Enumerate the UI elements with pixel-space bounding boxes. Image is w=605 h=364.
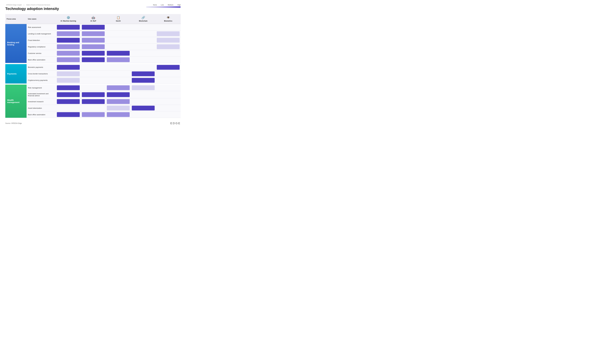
heat-cell-ml	[56, 64, 81, 71]
heat-cell-ml	[56, 37, 81, 44]
heat-cell-ml	[56, 70, 81, 77]
heat-cell-nlp	[81, 30, 106, 37]
blockchain-label: Blockchain	[139, 20, 148, 22]
col-genai: 📋 GenAI	[106, 14, 131, 24]
heat-cell-ml	[56, 30, 81, 37]
nlp-icon: 🤖	[82, 16, 104, 19]
legend-words: None Low Medium High	[153, 4, 181, 6]
edge-logo: EDGE	[170, 122, 181, 125]
separator: |	[24, 4, 24, 6]
heat-cell-biometrics	[156, 105, 181, 111]
col-usecase: Use cases	[27, 14, 56, 24]
heat-cell-biometrics	[156, 111, 181, 118]
source-text: Source: SPEEDA Edge	[5, 122, 22, 124]
heat-cell-genai	[106, 64, 131, 71]
heat-cell-ml	[56, 57, 81, 63]
heat-cell-genai	[106, 24, 131, 30]
section-spacer	[5, 83, 181, 85]
table-body: Banking and lendingRisk assessmentLendin…	[5, 24, 181, 119]
col-focus: Focus area	[5, 14, 27, 24]
legend-high: High	[177, 4, 181, 6]
heat-cell-biometrics	[156, 30, 181, 37]
focus-cell-payments: Payments	[5, 64, 27, 84]
heat-cell-genai	[106, 57, 131, 63]
legend-medium: Medium	[168, 4, 174, 6]
section-spacer	[5, 63, 181, 64]
heat-cell-blockchain	[131, 57, 156, 63]
heat-cell-ml	[56, 105, 81, 111]
ml-icon: ⚙️	[57, 16, 80, 19]
heat-cell-biometrics	[156, 64, 181, 71]
heat-cell-biometrics	[156, 37, 181, 44]
biometrics-label: Biometrics	[164, 20, 172, 22]
heat-cell-ml	[56, 77, 81, 83]
page-title: Technology adoption intensity	[5, 7, 59, 11]
heat-cell-biometrics	[156, 70, 181, 77]
heat-cell-nlp	[81, 37, 106, 44]
focus-cell-wealth: Wealth management	[5, 85, 27, 118]
section-spacer	[5, 118, 181, 119]
table-row: Back office automation	[5, 57, 181, 63]
usecase-cell: Cross-border transactions	[27, 70, 56, 77]
ml-label: AI: Machine learning	[60, 20, 76, 22]
usecase-cell: Automated investment and financial advic…	[27, 91, 56, 98]
usecase-cell: Investment research	[27, 98, 56, 105]
legend-low: Low	[161, 4, 164, 6]
heat-cell-blockchain	[131, 77, 156, 83]
subtitle: State of tech in Financial Services	[26, 4, 50, 6]
heat-cell-ml	[56, 24, 81, 30]
heat-cell-genai	[106, 77, 131, 83]
table-row: Lending & credit management	[5, 30, 181, 37]
focus-cell-banking: Banking and lending	[5, 24, 27, 63]
col-blockchain: 🔗 Blockchain	[131, 14, 156, 24]
table-row: Customer service	[5, 50, 181, 57]
heat-cell-blockchain	[131, 50, 156, 57]
heat-cell-ml	[56, 85, 81, 91]
heat-cell-genai	[106, 98, 131, 105]
heat-cell-nlp	[81, 85, 106, 91]
nlp-label: AI: NLP	[90, 20, 96, 22]
usecase-cell: Biometric payments	[27, 64, 56, 71]
adoption-table: Focus area Use cases ⚙️ AI: Machine lear…	[5, 14, 181, 119]
heat-cell-blockchain	[131, 105, 156, 111]
heat-cell-ml	[56, 98, 81, 105]
table-row: Asset tokenization	[5, 105, 181, 111]
usecase-cell: Risk management	[27, 85, 56, 91]
table-row: PaymentsBiometric payments	[5, 64, 181, 71]
table-row: Fraud detection	[5, 37, 181, 44]
table-header: Focus area Use cases ⚙️ AI: Machine lear…	[5, 14, 181, 24]
usecase-cell: Regulatory compliance	[27, 44, 56, 50]
usecase-cell: Fraud detection	[27, 37, 56, 44]
heat-cell-biometrics	[156, 50, 181, 57]
heat-cell-genai	[106, 111, 131, 118]
brand: SPEEDA Edge insight	[6, 4, 22, 6]
heat-cell-biometrics	[156, 85, 181, 91]
heat-cell-genai	[106, 44, 131, 50]
heat-cell-nlp	[81, 64, 106, 71]
usecase-cell: Cryptocurrency payments	[27, 77, 56, 83]
heat-cell-ml	[56, 111, 81, 118]
usecase-cell: Lending & credit management	[27, 30, 56, 37]
heat-cell-blockchain	[131, 98, 156, 105]
heat-cell-blockchain	[131, 85, 156, 91]
heat-cell-nlp	[81, 70, 106, 77]
table-row: Back office automation	[5, 111, 181, 118]
usecase-cell: Risk assessment	[27, 24, 56, 30]
table-row: Automated investment and financial advic…	[5, 91, 181, 98]
table-row: Regulatory compliance	[5, 44, 181, 50]
table-row: Cryptocurrency payments	[5, 77, 181, 83]
usecase-cell: Back office automation	[27, 111, 56, 118]
heat-cell-blockchain	[131, 70, 156, 77]
heat-cell-blockchain	[131, 37, 156, 44]
heat-cell-nlp	[81, 57, 106, 63]
heat-cell-nlp	[81, 111, 106, 118]
heat-cell-genai	[106, 30, 131, 37]
usecase-cell: Back office automation	[27, 57, 56, 63]
heat-cell-nlp	[81, 105, 106, 111]
col-nlp: 🤖 AI: NLP	[81, 14, 106, 24]
heat-cell-biometrics	[156, 77, 181, 83]
heat-cell-biometrics	[156, 44, 181, 50]
genai-icon: 📋	[107, 16, 129, 19]
heat-cell-genai	[106, 105, 131, 111]
heat-cell-genai	[106, 91, 131, 98]
